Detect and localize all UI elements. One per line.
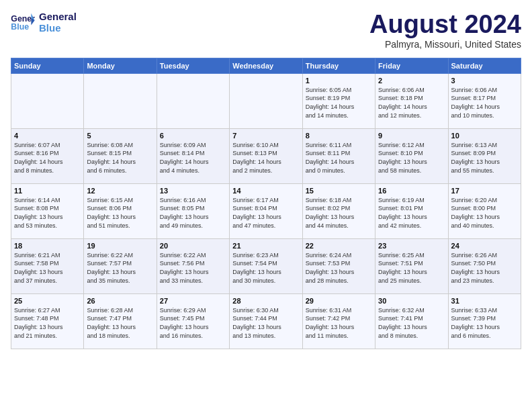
day-number: 4 xyxy=(14,132,81,140)
day-info: Sunrise: 6:24 AM Sunset: 7:53 PM Dayligh… xyxy=(306,251,372,285)
day-info: Sunrise: 6:10 AM Sunset: 8:13 PM Dayligh… xyxy=(232,141,299,175)
header-row: SundayMondayTuesdayWednesdayThursdayFrid… xyxy=(11,58,521,73)
svg-text:Blue: Blue xyxy=(11,22,29,32)
day-info: Sunrise: 6:31 AM Sunset: 7:42 PM Dayligh… xyxy=(306,306,372,340)
day-info: Sunrise: 6:18 AM Sunset: 8:02 PM Dayligh… xyxy=(306,196,372,230)
calendar-cell: 21Sunrise: 6:23 AM Sunset: 7:54 PM Dayli… xyxy=(230,238,302,293)
day-number: 22 xyxy=(306,242,372,250)
day-number: 20 xyxy=(160,242,226,250)
day-info: Sunrise: 6:11 AM Sunset: 8:11 PM Dayligh… xyxy=(306,141,372,175)
day-number: 16 xyxy=(378,187,445,195)
calendar-cell: 9Sunrise: 6:12 AM Sunset: 8:10 PM Daylig… xyxy=(375,128,448,183)
calendar-cell: 17Sunrise: 6:20 AM Sunset: 8:00 PM Dayli… xyxy=(448,183,521,238)
calendar-cell xyxy=(157,73,229,128)
day-number: 19 xyxy=(87,242,153,250)
day-info: Sunrise: 6:12 AM Sunset: 8:10 PM Dayligh… xyxy=(378,141,445,175)
day-info: Sunrise: 6:27 AM Sunset: 7:48 PM Dayligh… xyxy=(14,306,81,340)
location: Palmyra, Missouri, United States xyxy=(369,39,521,50)
header-cell-monday: Monday xyxy=(84,58,157,73)
day-info: Sunrise: 6:15 AM Sunset: 8:06 PM Dayligh… xyxy=(87,196,153,230)
calendar-cell xyxy=(11,73,84,128)
header-cell-friday: Friday xyxy=(375,58,448,73)
day-number: 21 xyxy=(232,242,299,250)
day-info: Sunrise: 6:21 AM Sunset: 7:58 PM Dayligh… xyxy=(14,251,81,285)
calendar-cell: 18Sunrise: 6:21 AM Sunset: 7:58 PM Dayli… xyxy=(11,238,84,293)
header-cell-thursday: Thursday xyxy=(302,58,375,73)
calendar-cell: 16Sunrise: 6:19 AM Sunset: 8:01 PM Dayli… xyxy=(375,183,448,238)
calendar-cell: 15Sunrise: 6:18 AM Sunset: 8:02 PM Dayli… xyxy=(302,183,375,238)
day-number: 14 xyxy=(232,187,299,195)
day-number: 5 xyxy=(87,132,153,140)
calendar-cell: 22Sunrise: 6:24 AM Sunset: 7:53 PM Dayli… xyxy=(302,238,375,293)
day-info: Sunrise: 6:26 AM Sunset: 7:50 PM Dayligh… xyxy=(451,251,518,285)
calendar-cell: 1Sunrise: 6:05 AM Sunset: 8:19 PM Daylig… xyxy=(302,73,375,128)
week-row-2: 4Sunrise: 6:07 AM Sunset: 8:16 PM Daylig… xyxy=(11,128,521,183)
week-row-5: 25Sunrise: 6:27 AM Sunset: 7:48 PM Dayli… xyxy=(11,293,521,349)
calendar-cell: 7Sunrise: 6:10 AM Sunset: 8:13 PM Daylig… xyxy=(230,128,302,183)
day-info: Sunrise: 6:13 AM Sunset: 8:09 PM Dayligh… xyxy=(451,141,518,175)
day-info: Sunrise: 6:25 AM Sunset: 7:51 PM Dayligh… xyxy=(378,251,445,285)
week-row-3: 11Sunrise: 6:14 AM Sunset: 8:08 PM Dayli… xyxy=(11,183,521,238)
calendar-cell xyxy=(230,73,302,128)
day-number: 2 xyxy=(378,77,445,85)
day-number: 11 xyxy=(14,187,81,195)
calendar-cell: 30Sunrise: 6:32 AM Sunset: 7:41 PM Dayli… xyxy=(375,293,448,349)
logo: General Blue General Blue xyxy=(11,11,77,34)
day-info: Sunrise: 6:30 AM Sunset: 7:44 PM Dayligh… xyxy=(232,306,299,340)
calendar-cell: 20Sunrise: 6:22 AM Sunset: 7:56 PM Dayli… xyxy=(157,238,229,293)
month-year: August 2024 xyxy=(369,11,521,39)
logo-line2: Blue xyxy=(39,22,77,34)
day-info: Sunrise: 6:28 AM Sunset: 7:47 PM Dayligh… xyxy=(87,306,153,340)
calendar-cell: 31Sunrise: 6:33 AM Sunset: 7:39 PM Dayli… xyxy=(448,293,521,349)
day-number: 13 xyxy=(160,187,226,195)
day-info: Sunrise: 6:16 AM Sunset: 8:05 PM Dayligh… xyxy=(160,196,226,230)
day-info: Sunrise: 6:07 AM Sunset: 8:16 PM Dayligh… xyxy=(14,141,81,175)
calendar-cell: 6Sunrise: 6:09 AM Sunset: 8:14 PM Daylig… xyxy=(157,128,229,183)
calendar-cell: 8Sunrise: 6:11 AM Sunset: 8:11 PM Daylig… xyxy=(302,128,375,183)
day-number: 9 xyxy=(378,132,445,140)
calendar-table: SundayMondayTuesdayWednesdayThursdayFrid… xyxy=(11,58,521,349)
day-info: Sunrise: 6:05 AM Sunset: 8:19 PM Dayligh… xyxy=(306,86,372,120)
day-number: 1 xyxy=(306,77,372,85)
title-area: August 2024 Palmyra, Missouri, United St… xyxy=(369,11,521,50)
logo-line1: General xyxy=(39,11,77,22)
header-cell-sunday: Sunday xyxy=(11,58,84,73)
page-header: General Blue General Blue August 2024 Pa… xyxy=(11,11,521,50)
calendar-body: 1Sunrise: 6:05 AM Sunset: 8:19 PM Daylig… xyxy=(11,73,521,349)
day-number: 6 xyxy=(160,132,226,140)
calendar-cell: 28Sunrise: 6:30 AM Sunset: 7:44 PM Dayli… xyxy=(230,293,302,349)
calendar-cell: 13Sunrise: 6:16 AM Sunset: 8:05 PM Dayli… xyxy=(157,183,229,238)
day-number: 24 xyxy=(451,242,518,250)
day-number: 10 xyxy=(451,132,518,140)
day-number: 8 xyxy=(306,132,372,140)
day-number: 15 xyxy=(306,187,372,195)
calendar-cell: 12Sunrise: 6:15 AM Sunset: 8:06 PM Dayli… xyxy=(84,183,157,238)
day-info: Sunrise: 6:08 AM Sunset: 8:15 PM Dayligh… xyxy=(87,141,153,175)
day-info: Sunrise: 6:22 AM Sunset: 7:56 PM Dayligh… xyxy=(160,251,226,285)
day-number: 23 xyxy=(378,242,445,250)
calendar-cell xyxy=(84,73,157,128)
calendar-cell: 4Sunrise: 6:07 AM Sunset: 8:16 PM Daylig… xyxy=(11,128,84,183)
header-cell-tuesday: Tuesday xyxy=(157,58,229,73)
day-info: Sunrise: 6:29 AM Sunset: 7:45 PM Dayligh… xyxy=(160,306,226,340)
header-cell-wednesday: Wednesday xyxy=(230,58,302,73)
week-row-1: 1Sunrise: 6:05 AM Sunset: 8:19 PM Daylig… xyxy=(11,73,521,128)
week-row-4: 18Sunrise: 6:21 AM Sunset: 7:58 PM Dayli… xyxy=(11,238,521,293)
day-info: Sunrise: 6:22 AM Sunset: 7:57 PM Dayligh… xyxy=(87,251,153,285)
day-info: Sunrise: 6:06 AM Sunset: 8:18 PM Dayligh… xyxy=(378,86,445,120)
day-info: Sunrise: 6:20 AM Sunset: 8:00 PM Dayligh… xyxy=(451,196,518,230)
calendar-cell: 11Sunrise: 6:14 AM Sunset: 8:08 PM Dayli… xyxy=(11,183,84,238)
calendar-cell: 23Sunrise: 6:25 AM Sunset: 7:51 PM Dayli… xyxy=(375,238,448,293)
day-number: 7 xyxy=(232,132,299,140)
day-number: 12 xyxy=(87,187,153,195)
day-info: Sunrise: 6:19 AM Sunset: 8:01 PM Dayligh… xyxy=(378,196,445,230)
logo-icon: General Blue xyxy=(11,12,35,32)
day-info: Sunrise: 6:09 AM Sunset: 8:14 PM Dayligh… xyxy=(160,141,226,175)
day-number: 3 xyxy=(451,77,518,85)
calendar-cell: 25Sunrise: 6:27 AM Sunset: 7:48 PM Dayli… xyxy=(11,293,84,349)
header-cell-saturday: Saturday xyxy=(448,58,521,73)
calendar-cell: 3Sunrise: 6:06 AM Sunset: 8:17 PM Daylig… xyxy=(448,73,521,128)
calendar-header: SundayMondayTuesdayWednesdayThursdayFrid… xyxy=(11,58,521,73)
day-info: Sunrise: 6:32 AM Sunset: 7:41 PM Dayligh… xyxy=(378,306,445,340)
calendar-cell: 19Sunrise: 6:22 AM Sunset: 7:57 PM Dayli… xyxy=(84,238,157,293)
